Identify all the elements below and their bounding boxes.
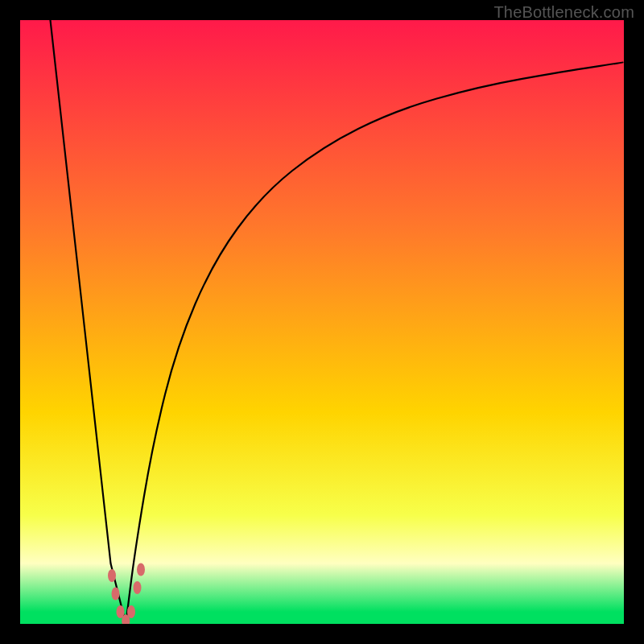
plot-area (20, 20, 624, 624)
chart-frame: TheBottleneck.com (0, 0, 644, 644)
watermark-text: TheBottleneck.com (493, 3, 634, 22)
valley-marker-5 (134, 581, 142, 594)
valley-marker-6 (137, 564, 145, 576)
valley-marker-1 (112, 588, 120, 601)
curve-layer (20, 20, 624, 624)
curve-left-branch (51, 20, 126, 624)
valley-marker-4 (127, 605, 135, 618)
curve-right-branch (126, 63, 624, 625)
valley-marker-0 (108, 569, 116, 582)
highlighted-marker-group (108, 564, 145, 625)
